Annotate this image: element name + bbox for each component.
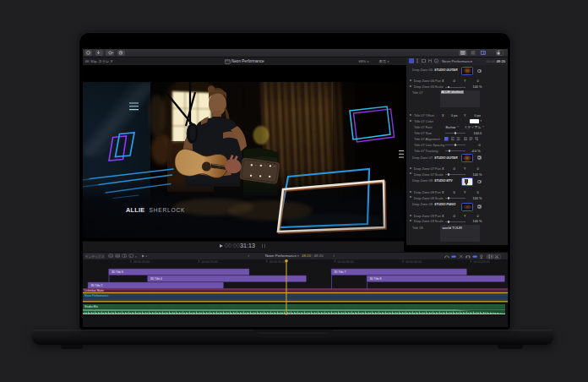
svg-text:3D Title 2: 3D Title 2 <box>90 284 102 287</box>
svg-text:Studio Mix: Studio Mix <box>84 305 98 308</box>
svg-text:3D Title 4: 3D Title 4 <box>150 277 162 281</box>
svg-text:Letterbox Matte: Letterbox Matte <box>84 289 104 292</box>
svg-text:00:00:45:00: 00:00:45:00 <box>473 260 489 264</box>
svg-text:3D Title 8: 3D Title 8 <box>369 277 381 281</box>
svg-text:00:00:35:00: 00:00:35:00 <box>337 260 353 264</box>
svg-text:00:00:30:00: 00:00:30:00 <box>270 260 286 264</box>
svg-text:3D Title 7: 3D Title 7 <box>334 270 346 274</box>
svg-text:00:00:40:00: 00:00:40:00 <box>406 260 422 264</box>
svg-text:00:00:20:00: 00:00:20:00 <box>133 260 150 264</box>
svg-text:00:00:25:00: 00:00:25:00 <box>201 260 217 264</box>
svg-text:Neon Performance: Neon Performance <box>84 294 109 297</box>
svg-text:3D Title 6: 3D Title 6 <box>112 270 123 274</box>
